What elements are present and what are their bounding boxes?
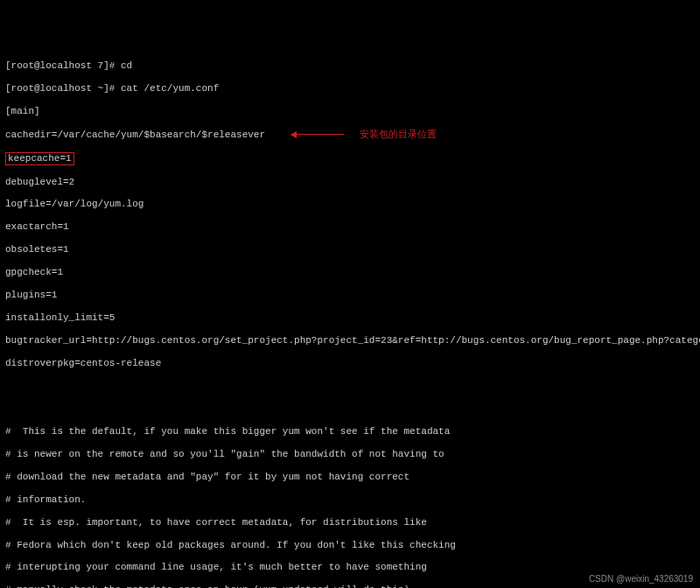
blank: [5, 403, 695, 415]
line-c4a: # information.: [5, 494, 695, 506]
line-c8a: # manually check the metadata once an ho…: [5, 584, 695, 588]
line-main1: [main]: [5, 106, 695, 117]
line-distroverpkg1: distroverpkg=centos-release: [5, 358, 695, 369]
terminal-output: [root@localhost 7]# cd [root@localhost ~…: [5, 49, 695, 588]
line-installonly1: installonly_limit=5: [5, 312, 695, 324]
line-c7a: # interupting your command line usage, i…: [5, 562, 695, 573]
line-c1a: # This is the default, if you make this …: [5, 426, 695, 438]
line-cachedir1: cachedir=/var/cache/yum/$basearch/$relea…: [5, 129, 695, 141]
line-cat1: [root@localhost ~]# cat /etc/yum.conf: [5, 83, 695, 94]
line-exactarch1: exactarch=1: [5, 221, 695, 233]
line-cd: [root@localhost 7]# cd: [5, 60, 695, 72]
cachedir-value: cachedir=/var/cache/yum/$basearch/$relea…: [5, 130, 265, 140]
line-obsoletes1: obsoletes=1: [5, 244, 695, 256]
line-debuglevel1: debuglevel=2: [5, 177, 695, 188]
blank: [5, 381, 695, 392]
watermark-label: CSDN @weixin_43263019: [589, 574, 693, 584]
keepcache-highlight: keepcache=1: [5, 152, 74, 165]
line-c2a: # is newer on the remote and so you'll "…: [5, 449, 695, 460]
line-c3a: # download the new metadata and "pay" fo…: [5, 472, 695, 483]
line-plugins1: plugins=1: [5, 290, 695, 301]
line-c6a: # Fedora which don't keep old packages a…: [5, 540, 695, 551]
line-keepcache1: keepcache=1: [5, 152, 695, 165]
line-bugtracker1: bugtracker_url=http://bugs.centos.org/se…: [5, 335, 695, 346]
line-logfile1: logfile=/var/log/yum.log: [5, 199, 695, 210]
annotation-label: 安装包的目录位置: [360, 129, 437, 139]
line-c5a: # It is esp. important, to have correct …: [5, 517, 695, 528]
line-gpgcheck1: gpgcheck=1: [5, 267, 695, 278]
arrow-icon: [291, 129, 344, 140]
